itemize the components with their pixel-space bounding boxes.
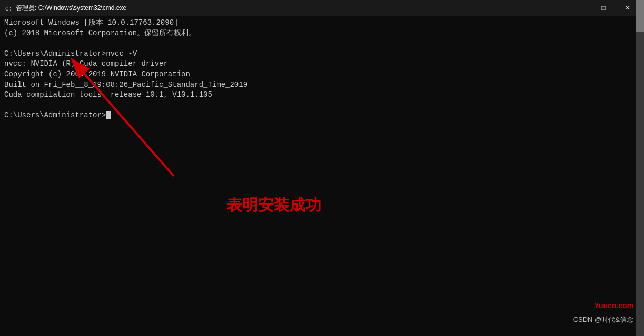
terminal-line-10: C:\Users\Administrator>_	[4, 110, 640, 121]
terminal-line-3	[4, 38, 640, 49]
terminal-line-4: C:\Users\Administrator>nvcc -V	[4, 49, 640, 59]
terminal-line-7: Built on Fri_Feb__8_19:08:26_Pacific_Sta…	[4, 80, 640, 90]
terminal-line-9	[4, 100, 640, 111]
terminal-line-6: Copyright (c) 2005-2019 NVIDIA Corporati…	[4, 69, 640, 80]
terminal-line-1: Microsoft Windows [版本 10.0.17763.2090]	[4, 18, 640, 28]
maximize-button[interactable]: □	[591, 0, 616, 16]
terminal-line-5: nvcc: NVIDIA (R) Cuda compiler driver	[4, 59, 640, 69]
watermark-yuucn: Yuucn.com	[594, 301, 633, 310]
titlebar: C:\ 管理员: C:\Windows\system32\cmd.exe ─ □…	[0, 0, 644, 16]
titlebar-title: 管理员: C:\Windows\system32\cmd.exe	[16, 4, 126, 13]
watermark-csdn: CSDN @时代&信念	[573, 315, 633, 324]
cmd-icon: C:\	[4, 4, 13, 12]
titlebar-left: C:\ 管理员: C:\Windows\system32\cmd.exe	[4, 4, 126, 13]
titlebar-controls: ─ □ ✕	[567, 0, 640, 16]
minimize-button[interactable]: ─	[567, 0, 591, 16]
terminal-line-2: (c) 2018 Microsoft Corporation。保留所有权利。	[4, 28, 640, 39]
terminal-wrapper: Microsoft Windows [版本 10.0.17763.2090] (…	[0, 16, 644, 336]
scrollbar[interactable]	[636, 0, 644, 336]
svg-text:C:\: C:\	[5, 6, 13, 12]
terminal-content: Microsoft Windows [版本 10.0.17763.2090] (…	[0, 16, 644, 336]
annotation-text: 表明安装成功	[226, 195, 321, 216]
scrollbar-thumb[interactable]	[636, 0, 644, 32]
terminal-line-8: Cuda compilation tools, release 10.1, V1…	[4, 90, 640, 100]
